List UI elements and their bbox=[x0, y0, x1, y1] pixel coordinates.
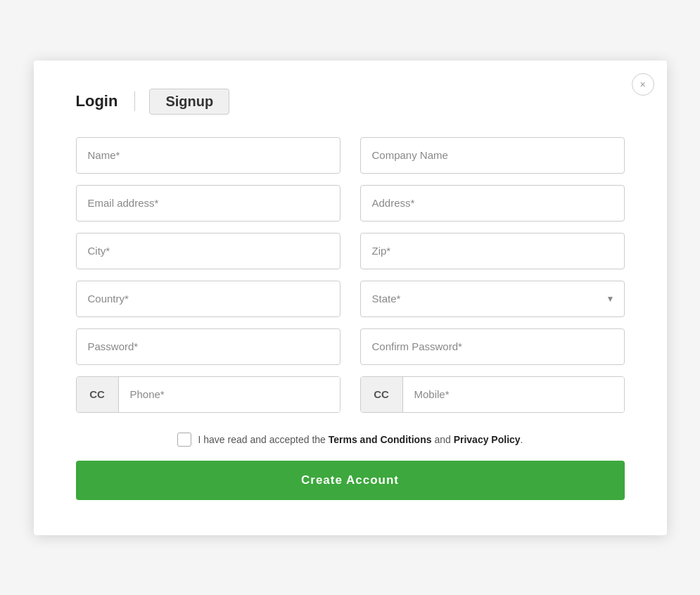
name-input[interactable] bbox=[76, 137, 341, 174]
tab-divider bbox=[134, 91, 135, 111]
signup-form: State* Alabama California New York Texas… bbox=[76, 137, 625, 413]
confirm-password-field bbox=[360, 328, 625, 365]
tab-login[interactable]: Login bbox=[76, 92, 132, 110]
terms-text: I have read and accepted the Terms and C… bbox=[198, 434, 523, 445]
create-account-button[interactable]: Create Account bbox=[76, 461, 625, 500]
zip-input[interactable] bbox=[360, 233, 625, 269]
phone-input[interactable] bbox=[119, 377, 340, 412]
state-select[interactable]: State* Alabama California New York Texas bbox=[360, 281, 625, 317]
name-field bbox=[76, 137, 341, 174]
mobile-input[interactable] bbox=[403, 377, 624, 412]
mobile-wrapper: CC bbox=[360, 376, 625, 413]
terms-checkbox[interactable] bbox=[177, 433, 191, 447]
city-field bbox=[76, 233, 341, 269]
email-input[interactable] bbox=[76, 185, 341, 222]
terms-row: I have read and accepted the Terms and C… bbox=[76, 433, 625, 447]
tab-bar: Login Signup bbox=[76, 89, 625, 115]
country-field bbox=[76, 281, 341, 317]
mobile-cc-button[interactable]: CC bbox=[361, 377, 403, 412]
city-input[interactable] bbox=[76, 233, 341, 269]
company-field bbox=[360, 137, 625, 174]
password-input[interactable] bbox=[76, 328, 341, 365]
country-input[interactable] bbox=[76, 281, 341, 317]
privacy-link[interactable]: Privacy Policy bbox=[454, 434, 521, 445]
phone-field: CC bbox=[76, 376, 341, 413]
terms-after-text: . bbox=[521, 434, 523, 445]
terms-link[interactable]: Terms and Conditions bbox=[329, 434, 432, 445]
company-input[interactable] bbox=[360, 137, 625, 174]
terms-before-text: I have read and accepted the bbox=[198, 434, 329, 445]
state-field: State* Alabama California New York Texas… bbox=[360, 281, 625, 317]
email-field bbox=[76, 185, 341, 222]
signup-modal: × Login Signup bbox=[34, 60, 667, 535]
password-field bbox=[76, 328, 341, 365]
confirm-password-input[interactable] bbox=[360, 328, 625, 365]
phone-wrapper: CC bbox=[76, 376, 341, 413]
address-input[interactable] bbox=[360, 185, 625, 222]
close-button[interactable]: × bbox=[632, 73, 654, 96]
close-icon: × bbox=[639, 79, 645, 89]
terms-middle-text: and bbox=[432, 434, 454, 445]
phone-cc-button[interactable]: CC bbox=[77, 377, 119, 412]
address-field bbox=[360, 185, 625, 222]
zip-field bbox=[360, 233, 625, 269]
mobile-field: CC bbox=[360, 376, 625, 413]
tab-signup[interactable]: Signup bbox=[149, 89, 229, 115]
